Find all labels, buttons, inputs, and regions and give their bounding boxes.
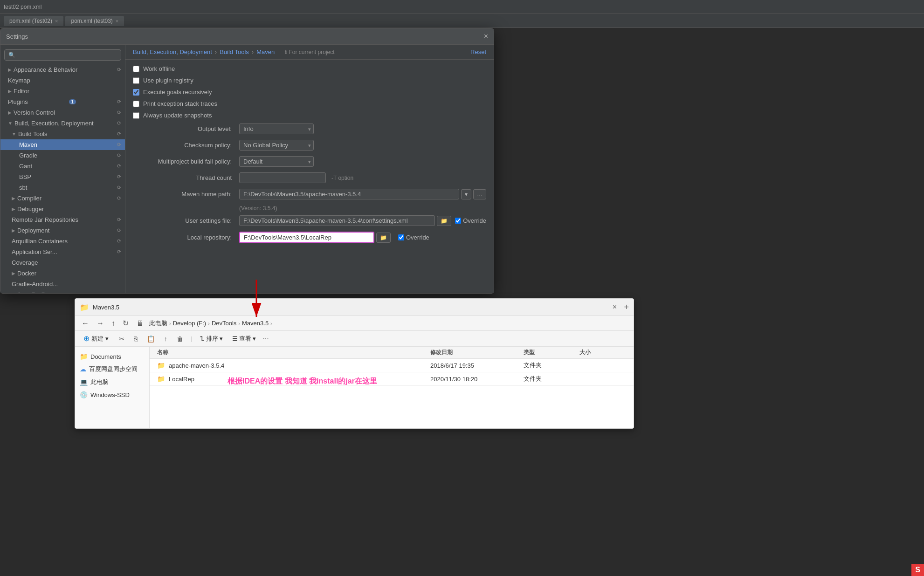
fe-titlebar: 📁 Maven3.5 × + (75, 299, 634, 316)
sidebar-item-build-tools[interactable]: ▼ Build Tools ⟳ (0, 129, 125, 139)
fe-copy-button[interactable]: ⎘ (131, 334, 140, 344)
sidebar-item-build[interactable]: ▼ Build, Execution, Deployment ⟳ (0, 118, 125, 129)
fe-back-button[interactable]: ← (80, 318, 91, 329)
sidebar-item-plugins[interactable]: Plugins 1 ⟳ (0, 96, 125, 107)
form-row-multiproject: Multiproject build fail policy: Default (133, 156, 486, 167)
reset-button[interactable]: Reset (470, 48, 486, 55)
user-settings-override-checkbox[interactable] (455, 218, 461, 224)
sidebar-item-coverage[interactable]: Coverage (0, 257, 125, 268)
sidebar-label-gradle-android: Gradle-Android... (12, 281, 58, 288)
checksum-select[interactable]: No Global Policy (239, 140, 314, 151)
sidebar-item-gradle-android[interactable]: Gradle-Android... (0, 279, 125, 289)
sync-icon-appearance: ⟳ (117, 67, 121, 73)
fe-new-tab-button[interactable]: + (624, 302, 629, 312)
sidebar-item-bsp[interactable]: BSP ⟳ (0, 171, 125, 182)
sidebar-item-maven[interactable]: Maven ⟳ (0, 139, 125, 150)
fe-bc-sep-4: › (270, 321, 272, 326)
fe-bc-item-2[interactable]: Develop (F:) (173, 320, 207, 327)
fe-close-button[interactable]: × (609, 302, 620, 313)
table-row[interactable]: 📁 LocalRep 2020/11/30 18:20 文件夹 (150, 372, 634, 386)
fe-col-type: 类型 (524, 349, 579, 357)
settings-content: Build, Execution, Deployment › Build Too… (125, 45, 494, 293)
arrow-icon-vcs: ▶ (8, 110, 12, 115)
user-settings-input[interactable] (239, 215, 435, 226)
sync-icon-bsp: ⟳ (117, 174, 121, 180)
thread-count-input[interactable] (239, 172, 326, 183)
fe-delete-button[interactable]: 🗑 (174, 334, 186, 344)
sidebar-item-debugger[interactable]: ▶ Debugger (0, 204, 125, 214)
output-level-select[interactable]: Info (239, 123, 314, 134)
tab-close-2[interactable]: × (116, 18, 118, 24)
sidebar-item-docker[interactable]: ▶ Docker (0, 268, 125, 279)
checkbox-work-offline-label: Work offline (143, 65, 175, 72)
settings-close-button[interactable]: × (484, 32, 488, 41)
fe-file-type-1: 文件夹 (524, 361, 579, 370)
arrow-icon-java-profiler: ▶ (12, 292, 15, 293)
fe-bc-item-1[interactable]: 此电脑 (149, 319, 167, 328)
sidebar-item-appearance[interactable]: ▶ Appearance & Behavior ⟳ (0, 64, 125, 75)
user-settings-browse-button[interactable]: 📁 (437, 216, 451, 226)
table-row[interactable]: 📁 apache-maven-3.5.4 2018/6/17 19:35 文件夹 (150, 359, 634, 372)
fe-bc-item-4[interactable]: Maven3.5 (242, 320, 269, 327)
tab-pom-test03[interactable]: pom.xml (test03) × (65, 16, 124, 26)
local-repo-override-checkbox[interactable] (398, 234, 404, 240)
fe-forward-button[interactable]: → (95, 318, 106, 329)
sidebar-item-sbt[interactable]: sbt ⟳ (0, 182, 125, 193)
fe-sidebar-disk[interactable]: 💿 Windows-SSD (75, 389, 149, 401)
fe-view-button[interactable]: ☰ 查看 ▾ (229, 333, 259, 344)
checkbox-work-offline-input[interactable] (133, 66, 139, 72)
checkbox-execute-goals-input[interactable] (133, 89, 139, 96)
sidebar-item-keymap[interactable]: Keymap (0, 75, 125, 86)
tab-close-1[interactable]: × (55, 18, 58, 24)
local-repo-input[interactable] (239, 232, 374, 243)
fe-sidebar-computer[interactable]: 💻 此电脑 (75, 376, 149, 389)
sidebar-item-app-ser[interactable]: Application Ser... ⟳ (0, 247, 125, 257)
fe-sort-button[interactable]: ⇅ 排序 ▾ (197, 333, 226, 344)
arrow-icon-editor: ▶ (8, 89, 12, 94)
fe-paste-button[interactable]: 📋 (144, 334, 158, 344)
fe-share-button[interactable]: ↑ (161, 334, 170, 344)
form-row-checksum: Checksum policy: No Global Policy (133, 140, 486, 151)
fe-sidebar-documents[interactable]: 📁 Documents (75, 350, 149, 363)
checkbox-plugin-registry-input[interactable] (133, 77, 139, 84)
sidebar-label-java-profiler: Java Profiler (17, 291, 51, 293)
fe-desktop-button[interactable]: 🖥 (134, 318, 145, 329)
tab-pom-test02[interactable]: pom.xml (Test02) × (4, 16, 63, 26)
fe-cut-button[interactable]: ✂ (116, 334, 127, 344)
sidebar-item-gant[interactable]: Gant ⟳ (0, 161, 125, 171)
sidebar-item-editor[interactable]: ▶ Editor (0, 86, 125, 96)
sidebar-label-remote-jar: Remote Jar Repositories (12, 216, 78, 223)
sidebar-item-vcs[interactable]: ▶ Version Control ⟳ (0, 107, 125, 118)
fe-refresh-button[interactable]: ↻ (121, 318, 131, 329)
fe-sidebar-baidu-label: 百度网盘同步空间 (89, 365, 138, 373)
user-settings-path-row: 📁 (239, 215, 451, 226)
checkbox-update-snapshots-input[interactable] (133, 112, 139, 119)
checkbox-print-exceptions-input[interactable] (133, 101, 139, 107)
maven-home-label: Maven home path: (133, 191, 235, 198)
sidebar-item-deployment[interactable]: ▶ Deployment ⟳ (0, 225, 125, 236)
sync-icon-gradle: ⟳ (117, 152, 121, 158)
multiproject-select[interactable]: Default (239, 156, 314, 167)
tab-label-2: pom.xml (test03) (71, 18, 112, 24)
sidebar-label-appearance: Appearance & Behavior (14, 66, 77, 73)
fe-breadcrumb: 此电脑 › Develop (F:) › DevTools › Maven3.5… (149, 319, 272, 328)
maven-home-path-dots-button[interactable]: … (473, 189, 486, 199)
fe-up-button[interactable]: ↑ (110, 318, 117, 329)
sidebar-item-java-profiler[interactable]: ▶ Java Profiler (0, 289, 125, 293)
local-repo-browse-button[interactable]: 📁 (376, 233, 391, 243)
breadcrumb-sep1: › (215, 48, 217, 55)
sidebar-item-remote-jar[interactable]: Remote Jar Repositories ⟳ (0, 214, 125, 225)
sidebar-item-arquillian[interactable]: Arquillian Containers ⟳ (0, 236, 125, 247)
fe-new-button[interactable]: ⊕ 新建 ▾ (80, 333, 112, 344)
settings-search-input[interactable] (4, 49, 121, 61)
fe-more-button[interactable]: ··· (262, 335, 269, 343)
sidebar-item-compiler[interactable]: ▶ Compiler ⟳ (0, 193, 125, 204)
maven-home-path-input[interactable] (239, 189, 459, 199)
sidebar-item-gradle[interactable]: Gradle ⟳ (0, 150, 125, 161)
fe-bc-item-3[interactable]: DevTools (212, 320, 236, 327)
settings-body: ▶ Appearance & Behavior ⟳ Keymap ▶ Edito… (0, 45, 494, 293)
fe-sort-chevron: ▾ (220, 335, 223, 342)
checkbox-execute-goals: Execute goals recursively (133, 89, 486, 96)
fe-sidebar-baidu[interactable]: ☁ 百度网盘同步空间 (75, 363, 149, 376)
maven-home-path-browse-button[interactable]: ▾ (461, 189, 471, 199)
